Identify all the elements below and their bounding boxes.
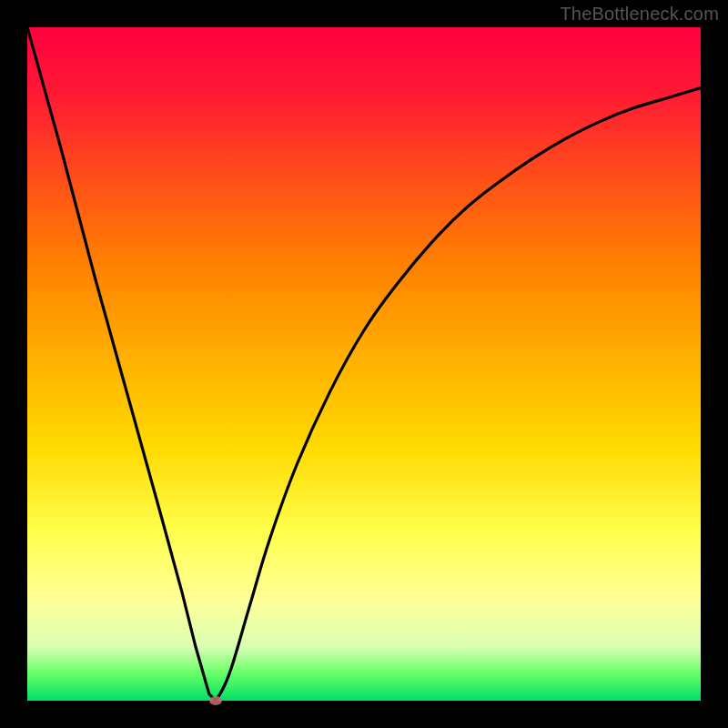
watermark-text: TheBottleneck.com [560,4,719,25]
plot-area [27,27,701,701]
curve-svg [27,27,701,701]
minimum-marker [209,696,222,705]
bottleneck-curve-path [27,27,701,701]
chart-frame: TheBottleneck.com [0,0,728,728]
